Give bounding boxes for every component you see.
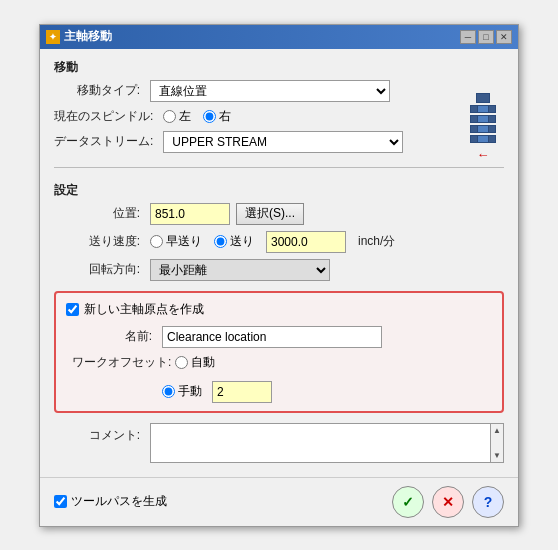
new-origin-checkbox[interactable] bbox=[66, 303, 79, 316]
auto-label: 自動 bbox=[191, 354, 215, 371]
feed-unit-label: inch/分 bbox=[358, 233, 395, 250]
cancel-icon: ✕ bbox=[442, 494, 454, 510]
cancel-button[interactable]: ✕ bbox=[432, 486, 464, 518]
name-input[interactable] bbox=[162, 326, 382, 348]
datastream-label: データストリーム: bbox=[54, 133, 157, 150]
spindle-left-radio[interactable] bbox=[163, 110, 176, 123]
ok-button[interactable]: ✓ bbox=[392, 486, 424, 518]
move-type-row: 移動タイプ: 直線位置円弧NURBS bbox=[54, 80, 504, 102]
manual-radio[interactable] bbox=[162, 385, 175, 398]
minimize-button[interactable]: ─ bbox=[460, 30, 476, 44]
work-offset-label: ワークオフセット: bbox=[72, 354, 175, 371]
settings-section-label: 設定 bbox=[54, 182, 504, 199]
feed-label: 送り速度: bbox=[54, 233, 144, 250]
feed-normal-option[interactable]: 送り bbox=[214, 233, 254, 250]
feed-rapid-radio[interactable] bbox=[150, 235, 163, 248]
feed-normal-label: 送り bbox=[230, 233, 254, 250]
rotation-label: 回転方向: bbox=[54, 261, 144, 278]
settings-section: 設定 位置: 選択(S)... 送り速度: 早送り 送り bbox=[54, 182, 504, 281]
datastream-select[interactable]: UPPER STREAMLOWER STREAM bbox=[163, 131, 403, 153]
move-section: 移動 移動タイプ: 直線位置円弧NURBS 現在のスピンドル: 左 右 bbox=[54, 59, 504, 153]
select-button[interactable]: 選択(S)... bbox=[236, 203, 304, 225]
position-row: 位置: 選択(S)... bbox=[54, 203, 504, 225]
manual-label: 手動 bbox=[178, 383, 202, 400]
dialog-title: 主軸移動 bbox=[64, 28, 112, 45]
new-origin-checkbox-row: 新しい主軸原点を作成 bbox=[66, 301, 492, 318]
comment-label: コメント: bbox=[54, 423, 144, 444]
comment-section: コメント: ▲ ▼ bbox=[54, 423, 504, 463]
scroll-down-arrow[interactable]: ▼ bbox=[491, 449, 503, 462]
title-bar: ✦ 主軸移動 ─ □ ✕ bbox=[40, 25, 518, 49]
generate-toolpath-label: ツールパスを生成 bbox=[71, 493, 167, 510]
manual-row: 手動 bbox=[162, 381, 272, 403]
move-type-label: 移動タイプ: bbox=[54, 82, 144, 99]
new-origin-section: 新しい主軸原点を作成 名前: ワークオフセット: 自動 bbox=[54, 291, 504, 413]
comment-row: コメント: ▲ ▼ bbox=[54, 423, 504, 463]
new-origin-label: 新しい主軸原点を作成 bbox=[84, 301, 204, 318]
footer-buttons: ✓ ✕ ? bbox=[392, 486, 504, 518]
footer-left: ツールパスを生成 bbox=[54, 493, 167, 510]
spindle-graphic: ← bbox=[466, 93, 500, 161]
help-icon: ? bbox=[484, 494, 493, 510]
spindle-radio-group: 左 右 bbox=[163, 108, 231, 125]
scroll-up-arrow[interactable]: ▲ bbox=[491, 424, 503, 437]
work-offset-label-row: ワークオフセット: 自動 bbox=[162, 354, 215, 371]
maximize-button[interactable]: □ bbox=[478, 30, 494, 44]
title-bar-left: ✦ 主軸移動 bbox=[46, 28, 112, 45]
feed-rapid-label: 早送り bbox=[166, 233, 202, 250]
ok-icon: ✓ bbox=[402, 494, 414, 510]
datastream-row: データストリーム: UPPER STREAMLOWER STREAM bbox=[54, 131, 504, 153]
position-input[interactable] bbox=[150, 203, 230, 225]
feed-row: 送り速度: 早送り 送り inch/分 bbox=[54, 231, 504, 253]
spindle-left-label: 左 bbox=[179, 108, 191, 125]
move-section-label: 移動 bbox=[54, 59, 504, 76]
feed-radio-group: 早送り 送り inch/分 bbox=[150, 231, 395, 253]
spindle-arrow: ← bbox=[477, 148, 490, 161]
spindle-right-option[interactable]: 右 bbox=[203, 108, 231, 125]
dialog-footer: ツールパスを生成 ✓ ✕ ? bbox=[40, 477, 518, 526]
rotation-row: 回転方向: 最小距離時計回り反時計回り bbox=[54, 259, 504, 281]
auto-option[interactable]: 自動 bbox=[175, 354, 215, 371]
divider-1 bbox=[54, 167, 504, 168]
help-button[interactable]: ? bbox=[472, 486, 504, 518]
close-button[interactable]: ✕ bbox=[496, 30, 512, 44]
feed-rapid-option[interactable]: 早送り bbox=[150, 233, 202, 250]
name-row: 名前: bbox=[66, 326, 492, 348]
spindle-left-option[interactable]: 左 bbox=[163, 108, 191, 125]
spindle-label: 現在のスピンドル: bbox=[54, 108, 157, 125]
feed-normal-radio[interactable] bbox=[214, 235, 227, 248]
spindle-right-label: 右 bbox=[219, 108, 231, 125]
rotation-select[interactable]: 最小距離時計回り反時計回り bbox=[150, 259, 330, 281]
position-label: 位置: bbox=[54, 205, 144, 222]
name-label: 名前: bbox=[66, 328, 156, 345]
main-dialog: ✦ 主軸移動 ─ □ ✕ bbox=[39, 24, 519, 527]
dialog-content: ← 移動 移動タイプ: 直線位置円弧NURBS 現在のスピンドル: 左 右 bbox=[40, 49, 518, 473]
spindle-right-radio[interactable] bbox=[203, 110, 216, 123]
comment-scrollbar[interactable]: ▲ ▼ bbox=[490, 423, 504, 463]
manual-option[interactable]: 手動 bbox=[162, 383, 202, 400]
generate-toolpath-checkbox[interactable] bbox=[54, 495, 67, 508]
dialog-icon: ✦ bbox=[46, 30, 60, 44]
move-type-select[interactable]: 直線位置円弧NURBS bbox=[150, 80, 390, 102]
work-offset-row: ワークオフセット: 自動 手動 bbox=[162, 354, 492, 403]
title-controls: ─ □ ✕ bbox=[460, 30, 512, 44]
comment-textarea[interactable] bbox=[150, 423, 490, 463]
feed-value-input[interactable] bbox=[266, 231, 346, 253]
spindle-row: 現在のスピンドル: 左 右 bbox=[54, 108, 504, 125]
comment-box-wrapper: ▲ ▼ bbox=[150, 423, 504, 463]
manual-value-input[interactable] bbox=[212, 381, 272, 403]
auto-radio[interactable] bbox=[175, 356, 188, 369]
